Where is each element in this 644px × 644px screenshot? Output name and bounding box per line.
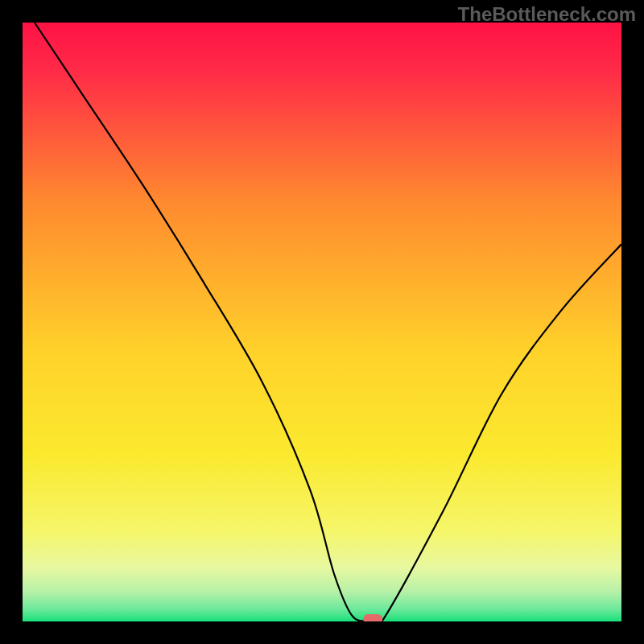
watermark-text: TheBottleneck.com <box>458 3 636 26</box>
svg-rect-0 <box>23 23 621 621</box>
chart-container: TheBottleneck.com <box>0 0 644 644</box>
plot-background <box>23 23 621 621</box>
